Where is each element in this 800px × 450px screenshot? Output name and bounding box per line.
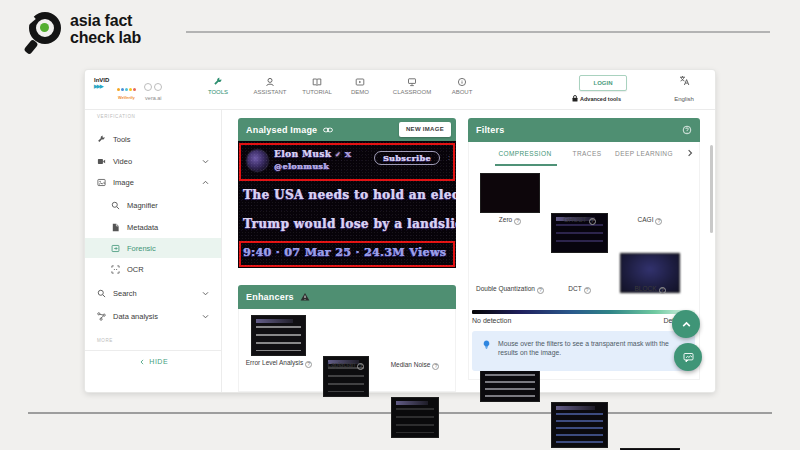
filters-tab-compression[interactable]: COMPRESSION bbox=[485, 150, 565, 157]
question-icon[interactable]: ? bbox=[305, 361, 312, 368]
analysed-image-header: Analysed Image NEW IMAGE bbox=[238, 118, 456, 141]
brand-title: asia fact check lab bbox=[70, 12, 141, 46]
weverify-logo-text: WeVerify bbox=[116, 95, 136, 100]
filter-label-zero[interactable]: Zero? bbox=[480, 216, 540, 225]
language-label: English bbox=[674, 96, 694, 102]
sidebar-item-tools[interactable]: Tools bbox=[85, 131, 221, 147]
filters-tip-text: Mouse over the filters to see a transpar… bbox=[498, 339, 684, 357]
filter-thumb-zero[interactable] bbox=[480, 173, 540, 213]
question-icon[interactable]: ? bbox=[655, 218, 662, 225]
scroll-to-top-button[interactable] bbox=[672, 310, 700, 338]
top-navbar: InVID ▶▶▶ WeVerify vera.ai TOOLS ASSISTA… bbox=[85, 70, 715, 110]
sidebar-item-video[interactable]: Video bbox=[85, 153, 221, 169]
nav-tab-label: TUTORIAL bbox=[302, 89, 332, 95]
filter-label-dct[interactable]: DCT? bbox=[551, 285, 608, 294]
sidebar-item-ocr[interactable]: OCR bbox=[85, 261, 221, 277]
scrollbar-thumb[interactable] bbox=[710, 145, 713, 233]
link-icon[interactable] bbox=[323, 125, 333, 135]
new-image-button[interactable]: NEW IMAGE bbox=[399, 122, 451, 137]
advanced-tools-label: Advanced tools bbox=[580, 96, 621, 102]
question-icon[interactable]: ? bbox=[589, 218, 596, 225]
sidebar-divider bbox=[85, 350, 222, 351]
nav-tab-classroom[interactable]: CLASSROOM bbox=[386, 77, 438, 95]
chevron-down-icon bbox=[202, 290, 209, 297]
tweet-text-line2: Trump would lose by a landslide. bbox=[243, 217, 456, 231]
nav-tab-demo[interactable]: DEMO bbox=[334, 77, 386, 95]
ocr-scan-icon bbox=[111, 265, 120, 274]
translate-icon bbox=[679, 75, 690, 86]
scale-label-no-detection: No detection bbox=[472, 317, 511, 324]
login-button[interactable]: LOGIN bbox=[579, 75, 627, 91]
filter-thumb-dct[interactable] bbox=[551, 402, 608, 448]
hide-sidebar-button[interactable]: HIDE bbox=[85, 358, 222, 365]
enhancer-thumb-median-noise[interactable] bbox=[391, 397, 439, 438]
invid-triangles-icon: ▶▶▶ bbox=[94, 83, 109, 89]
data-analysis-icon bbox=[97, 312, 106, 321]
question-icon[interactable]: ? bbox=[537, 287, 544, 294]
sidebar-item-search[interactable]: Search bbox=[85, 285, 221, 301]
advanced-tools-toggle[interactable]: Advanced tools bbox=[572, 95, 621, 102]
forensic-icon bbox=[111, 244, 120, 253]
chevron-up-icon bbox=[681, 319, 692, 330]
question-icon[interactable]: ? bbox=[432, 363, 439, 370]
invid-logo: InVID ▶▶▶ bbox=[94, 77, 109, 89]
file-icon bbox=[111, 223, 120, 232]
nav-tab-tools[interactable]: TOOLS bbox=[192, 77, 244, 95]
chevron-left-icon bbox=[139, 359, 145, 365]
enhancers-header: Enhancers bbox=[238, 285, 456, 309]
nav-tab-label: CLASSROOM bbox=[393, 89, 431, 95]
warning-icon[interactable] bbox=[300, 292, 310, 302]
question-icon[interactable]: ? bbox=[514, 218, 521, 225]
info-icon bbox=[457, 77, 467, 87]
sidebar-item-forensic[interactable]: Forensic bbox=[85, 238, 221, 258]
nav-tab-about[interactable]: ABOUT bbox=[436, 77, 488, 95]
vera-logo: vera.ai bbox=[143, 77, 163, 101]
assistant-icon bbox=[265, 77, 275, 87]
sidebar-item-magnifier[interactable]: Magnifier bbox=[85, 197, 221, 213]
enhancer-label-error-level-analysis[interactable]: Error Level Analysis? bbox=[245, 359, 313, 368]
language-selector[interactable]: English bbox=[663, 75, 705, 105]
filter-label-block[interactable]: BLOCK? bbox=[620, 285, 680, 294]
nav-tab-assistant[interactable]: ASSISTANT bbox=[244, 77, 296, 95]
sidebar-section-more: MORE bbox=[97, 338, 113, 343]
sidebar-item-data-analysis[interactable]: Data analysis bbox=[85, 308, 221, 324]
vera-circles-icon bbox=[143, 77, 163, 94]
brand-line1: asia fact bbox=[70, 12, 141, 29]
enhancers-title: Enhancers bbox=[246, 292, 294, 302]
sidebar-item-label: Search bbox=[113, 289, 137, 298]
image-icon bbox=[97, 178, 106, 187]
filter-label-cagi[interactable]: CAGI? bbox=[620, 216, 680, 225]
magnifier-icon bbox=[111, 201, 120, 210]
filters-tab-deep-learning[interactable]: DEEP LEARNING bbox=[608, 150, 680, 157]
sidebar-item-image[interactable]: Image bbox=[85, 174, 221, 190]
question-circle-icon[interactable] bbox=[682, 125, 692, 135]
sidebar-item-label: OCR bbox=[127, 265, 144, 274]
feedback-button[interactable] bbox=[674, 343, 702, 371]
lightbulb-icon bbox=[482, 340, 491, 349]
analysed-image-title: Analysed Image bbox=[246, 125, 317, 135]
filters-title: Filters bbox=[476, 125, 504, 135]
question-icon[interactable]: ? bbox=[659, 287, 666, 294]
enhancer-label-laplacian[interactable]: Laplacian? bbox=[315, 361, 377, 370]
question-icon[interactable]: ? bbox=[584, 287, 591, 294]
sidebar-item-label: Data analysis bbox=[113, 312, 158, 321]
weverify-logo: WeVerify bbox=[116, 77, 136, 100]
filters-tip: Mouse over the filters to see a transpar… bbox=[472, 331, 695, 371]
filters-tab-traces[interactable]: TRACES bbox=[562, 150, 612, 157]
filter-label-double-quantization[interactable]: Double Quantization? bbox=[475, 285, 545, 294]
nav-tab-label: ASSISTANT bbox=[254, 89, 287, 95]
vera-logo-text: vera.ai bbox=[143, 95, 163, 101]
weverify-dots-icon bbox=[116, 77, 136, 94]
video-icon bbox=[97, 157, 106, 166]
filter-label-ghost[interactable]: GHOST? bbox=[551, 216, 608, 225]
analysed-image[interactable]: Elon Musk ✓ X @elonmusk Subscribe : The … bbox=[238, 141, 456, 268]
sidebar-item-metadata[interactable]: Metadata bbox=[85, 219, 221, 235]
brand-line2: check lab bbox=[70, 29, 141, 46]
annotation-box-meta bbox=[239, 241, 455, 267]
chevron-down-icon bbox=[202, 313, 209, 320]
enhancer-thumb-error-level-analysis[interactable] bbox=[251, 315, 306, 356]
annotation-box-header bbox=[239, 143, 455, 181]
question-icon[interactable]: ? bbox=[357, 363, 364, 370]
enhancer-label-median-noise[interactable]: Median Noise? bbox=[381, 361, 449, 370]
chevron-right-icon[interactable] bbox=[686, 149, 694, 157]
